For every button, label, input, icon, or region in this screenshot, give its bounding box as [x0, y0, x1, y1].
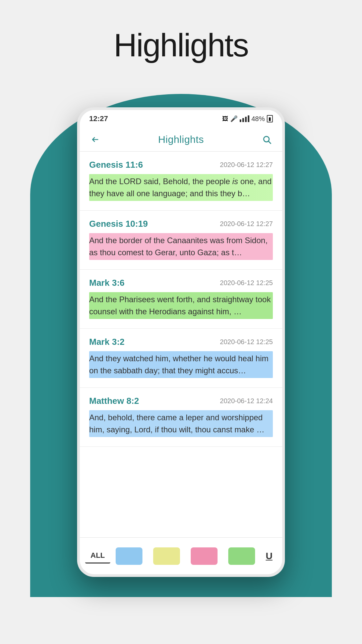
- highlight-text: And the LORD said, Behold, the people is…: [89, 174, 273, 201]
- highlight-meta: Mark 3:2 2020-06-12 12:25: [89, 337, 273, 347]
- image-status-icon: 🖼: [222, 115, 228, 122]
- bottom-filter-bar: ALL U: [80, 537, 282, 574]
- highlight-date: 2020-06-12 12:25: [220, 279, 273, 287]
- header-title: Highlights: [158, 134, 204, 145]
- signal-icon: [240, 115, 249, 122]
- status-icons: 🖼 🎤 48% ▮: [222, 115, 273, 123]
- mic-status-icon: 🎤: [230, 115, 238, 122]
- app-header: Highlights: [80, 127, 282, 152]
- highlight-ref: Genesis 11:6: [89, 160, 143, 170]
- highlight-date: 2020-06-12 12:27: [220, 220, 273, 228]
- highlight-meta: Matthew 8:2 2020-06-12 12:24: [89, 396, 273, 406]
- filter-green-button[interactable]: [223, 545, 260, 568]
- highlight-ref: Genesis 10:19: [89, 219, 148, 229]
- highlight-text: And they watched him, whether he would h…: [89, 351, 273, 378]
- filter-all-button[interactable]: ALL: [85, 548, 110, 564]
- back-arrow-icon: [91, 136, 99, 144]
- highlight-item[interactable]: Genesis 11:6 2020-06-12 12:27 And the LO…: [80, 152, 282, 211]
- highlight-item[interactable]: Matthew 8:2 2020-06-12 12:24 And, behold…: [80, 388, 282, 447]
- phone-screen: 12:27 🖼 🎤 48% ▮: [80, 110, 282, 574]
- highlight-date: 2020-06-12 12:24: [220, 397, 273, 405]
- phone-mockup: 12:27 🖼 🎤 48% ▮: [77, 107, 285, 577]
- filter-all-label: ALL: [90, 551, 105, 560]
- back-button[interactable]: [88, 132, 103, 147]
- highlight-text: And the border of the Canaanites was fro…: [89, 233, 273, 260]
- italic-word: is: [232, 177, 238, 186]
- highlight-ref: Mark 3:2: [89, 337, 125, 347]
- filter-pink-box: [191, 547, 218, 565]
- filter-blue-button[interactable]: [110, 545, 148, 568]
- status-bar: 12:27 🖼 🎤 48% ▮: [80, 110, 282, 127]
- highlight-meta: Genesis 11:6 2020-06-12 12:27: [89, 160, 273, 170]
- highlights-list: Genesis 11:6 2020-06-12 12:27 And the LO…: [80, 152, 282, 537]
- filter-yellow-button[interactable]: [148, 545, 185, 568]
- highlight-item[interactable]: Mark 3:2 2020-06-12 12:25 And they watch…: [80, 329, 282, 388]
- filter-blue-box: [116, 547, 142, 565]
- search-icon: [262, 135, 272, 144]
- filter-underline-button[interactable]: U: [260, 548, 278, 564]
- battery-indicator: 48%: [251, 115, 265, 123]
- highlight-text: And the Pharisees went forth, and straig…: [89, 292, 273, 319]
- search-button[interactable]: [259, 132, 274, 147]
- filter-underline-label: U: [266, 551, 273, 561]
- filter-pink-button[interactable]: [185, 545, 223, 568]
- highlight-ref: Mark 3:6: [89, 278, 125, 288]
- highlight-date: 2020-06-12 12:27: [220, 161, 273, 169]
- battery-icon: ▮: [267, 115, 273, 122]
- highlight-item[interactable]: Genesis 10:19 2020-06-12 12:27 And the b…: [80, 211, 282, 270]
- highlight-ref: Matthew 8:2: [89, 396, 139, 406]
- page-title: Highlights: [0, 0, 362, 64]
- status-time: 12:27: [89, 114, 108, 123]
- highlight-meta: Genesis 10:19 2020-06-12 12:27: [89, 219, 273, 229]
- highlight-text: And, behold, there came a leper and wors…: [89, 410, 273, 437]
- svg-line-1: [268, 141, 270, 143]
- highlight-meta: Mark 3:6 2020-06-12 12:25: [89, 278, 273, 288]
- filter-yellow-box: [153, 547, 180, 565]
- highlight-item[interactable]: Mark 3:6 2020-06-12 12:25 And the Pharis…: [80, 270, 282, 329]
- highlight-date: 2020-06-12 12:25: [220, 338, 273, 346]
- filter-green-box: [228, 547, 255, 565]
